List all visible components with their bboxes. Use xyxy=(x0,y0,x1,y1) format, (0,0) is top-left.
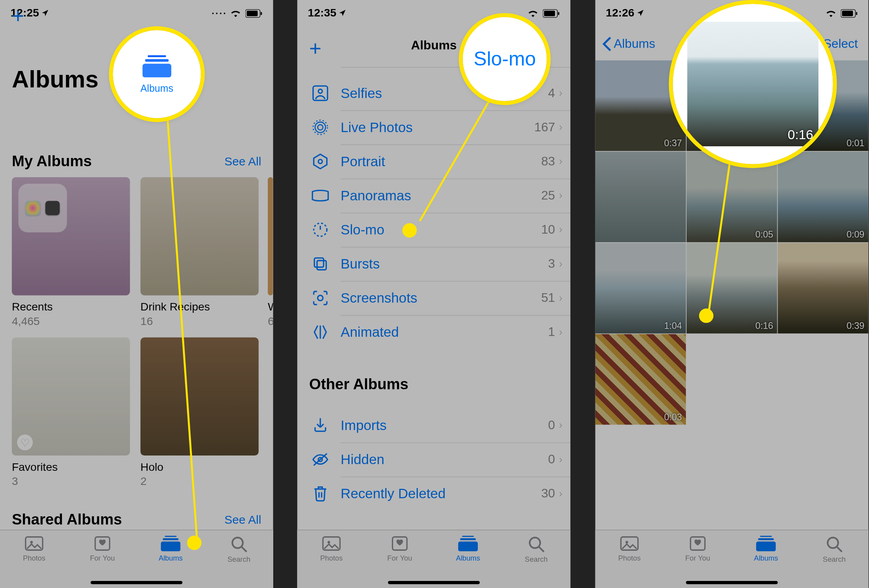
tab-albums[interactable]: Albums xyxy=(434,530,502,588)
home-indicator[interactable] xyxy=(388,581,480,584)
battery-icon xyxy=(245,9,263,18)
row-label: Imports xyxy=(341,417,548,433)
location-icon xyxy=(637,9,645,17)
album-thumbnail xyxy=(140,338,258,456)
for-you-tab-icon xyxy=(391,535,408,551)
tab-for-you[interactable]: For You xyxy=(664,530,732,588)
tab-search[interactable]: Search xyxy=(800,530,868,588)
svg-point-10 xyxy=(318,89,322,93)
album-thumbnail xyxy=(12,177,130,295)
video-cell[interactable]: 0:05 xyxy=(687,152,777,242)
tab-albums[interactable]: Albums xyxy=(732,530,800,588)
svg-rect-37 xyxy=(458,541,478,551)
video-cell[interactable]: 0:39 xyxy=(778,243,868,334)
home-indicator[interactable] xyxy=(91,581,182,584)
chevron-right-icon: › xyxy=(559,488,562,499)
row-animated[interactable]: Animated 1 › xyxy=(298,315,571,349)
row-count: 25 xyxy=(541,189,555,203)
svg-point-25 xyxy=(30,541,33,544)
see-all-my-albums[interactable]: See All xyxy=(225,155,261,169)
album-count: 3 xyxy=(12,475,130,488)
photos-tab-icon xyxy=(322,535,341,551)
row-label: Slo-mo xyxy=(341,222,541,238)
album-holo[interactable]: Holo 2 xyxy=(140,338,258,488)
row-recently-deleted[interactable]: Recently Deleted 30 › xyxy=(298,477,571,511)
see-all-shared-albums[interactable]: See All xyxy=(225,513,261,527)
row-selfies[interactable]: Selfies 4 › xyxy=(298,76,571,110)
svg-rect-7 xyxy=(544,10,555,16)
chevron-right-icon: › xyxy=(559,122,562,133)
trash-icon xyxy=(309,483,332,505)
tab-for-you[interactable]: For You xyxy=(366,530,434,588)
svg-rect-1 xyxy=(247,10,258,16)
video-cell[interactable]: 0:03 xyxy=(595,334,686,425)
svg-point-33 xyxy=(328,541,330,544)
video-cell[interactable] xyxy=(595,152,686,242)
status-time: 12:35 xyxy=(308,7,336,20)
video-duration: 0:03 xyxy=(664,412,682,422)
album-count: 4,465 xyxy=(12,315,130,328)
chevron-right-icon: › xyxy=(559,419,562,431)
tab-photos[interactable]: Photos xyxy=(298,530,366,588)
page-title: Albums xyxy=(12,65,98,93)
svg-point-14 xyxy=(318,160,322,163)
video-cell[interactable]: 0:37 xyxy=(595,60,686,151)
album-drink-recipes[interactable]: Drink Recipes 16 xyxy=(140,177,258,328)
album-recents[interactable]: Recents 4,465 xyxy=(12,177,130,328)
video-cell[interactable]: 0:01 xyxy=(778,60,868,151)
tab-label: Albums xyxy=(754,554,778,562)
row-label: Hidden xyxy=(341,452,548,467)
tab-photos[interactable]: Photos xyxy=(595,530,664,588)
screen-1: 12:25 ···· + Albums My Albums See All Re… xyxy=(0,0,273,588)
row-portrait[interactable]: Portrait 83 › xyxy=(298,144,571,178)
svg-rect-35 xyxy=(462,535,474,537)
add-button[interactable]: + xyxy=(12,4,24,28)
status-time: 12:26 xyxy=(606,7,635,20)
tab-for-you[interactable]: For You xyxy=(68,530,136,588)
video-cell[interactable]: 0:09 xyxy=(778,152,868,242)
row-live-photos[interactable]: Live Photos 167 › xyxy=(298,110,571,144)
tab-search[interactable]: Search xyxy=(205,530,273,588)
video-duration: 0:09 xyxy=(847,229,865,240)
status-bar: 12:26 xyxy=(595,0,869,26)
svg-rect-16 xyxy=(317,261,326,270)
chevron-right-icon: › xyxy=(559,454,562,465)
back-label: Albums xyxy=(614,37,655,51)
album-favorites[interactable]: ♡ Favorites 3 xyxy=(12,338,130,488)
row-bursts[interactable]: Bursts 3 › xyxy=(298,247,571,281)
status-bar: 12:35 xyxy=(298,0,571,26)
album-label: Holo xyxy=(140,461,258,474)
album-label: Favorites xyxy=(12,461,130,474)
chevron-left-icon xyxy=(602,37,611,51)
svg-rect-22 xyxy=(842,10,853,16)
row-hidden[interactable]: Hidden 0 › xyxy=(298,443,571,477)
album-w-partial[interactable]: W 6 xyxy=(268,177,273,328)
album-label: Drink Recipes xyxy=(140,301,258,314)
tab-label: Photos xyxy=(618,554,640,562)
row-count: 0 xyxy=(548,418,555,433)
row-slomo[interactable]: Slo-mo 10 › xyxy=(298,213,571,247)
home-indicator[interactable] xyxy=(686,581,778,584)
panoramas-icon xyxy=(309,185,332,207)
svg-rect-28 xyxy=(163,538,178,540)
svg-rect-44 xyxy=(758,538,774,540)
imports-icon xyxy=(309,414,332,437)
row-screenshots[interactable]: Screenshots 51 › xyxy=(298,281,571,315)
back-button[interactable]: Albums xyxy=(602,37,655,51)
video-cell[interactable]: 0:16 xyxy=(687,60,777,151)
chevron-right-icon: › xyxy=(559,87,562,99)
video-cell[interactable]: 1:04 xyxy=(595,243,686,334)
tab-label: Photos xyxy=(320,554,343,562)
row-imports[interactable]: Imports 0 › xyxy=(298,408,571,443)
svg-line-31 xyxy=(241,547,246,552)
album-label: Recents xyxy=(12,301,130,314)
row-count: 51 xyxy=(541,291,555,305)
tab-photos[interactable]: Photos xyxy=(0,530,68,588)
tab-search[interactable]: Search xyxy=(502,530,570,588)
tab-label: Search xyxy=(823,555,845,563)
location-icon xyxy=(339,9,347,17)
albums-tab-icon xyxy=(756,535,776,551)
screen-2: 12:35 + Albums Selfies 4 › Live Photos 1… xyxy=(298,0,571,588)
select-button[interactable]: Select xyxy=(823,37,858,51)
live-photos-icon xyxy=(309,116,332,138)
